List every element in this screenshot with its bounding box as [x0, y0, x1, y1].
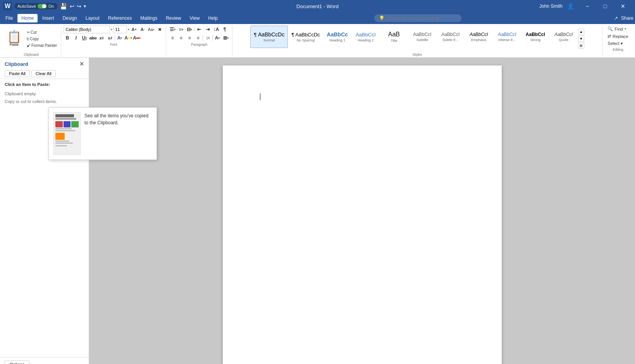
select-label: Select ▾: [607, 41, 623, 46]
menu-home[interactable]: Home: [17, 14, 38, 22]
minimize-button[interactable]: −: [578, 0, 596, 12]
style-subtitle-preview: AaBbCcI: [413, 32, 431, 37]
style-title-preview: AaB: [388, 31, 400, 38]
find-button[interactable]: 🔍 Find ▾: [605, 26, 628, 32]
menu-file[interactable]: File: [2, 14, 17, 22]
paragraph-row-2: ≡ ≡ ≡ ≡ ↕ ▾ A ▾ ⊞ ▾: [169, 34, 230, 42]
align-right-button[interactable]: ≡: [186, 34, 193, 42]
menu-references[interactable]: References: [104, 14, 136, 22]
increase-font-button[interactable]: A+: [130, 26, 138, 33]
style-no-spacing[interactable]: ¶ AaBbCcDc No Spacing: [288, 26, 323, 48]
menu-bar: File Home Insert Design Layout Reference…: [0, 12, 635, 24]
italic-button[interactable]: I: [72, 34, 80, 42]
style-intense-emphasis[interactable]: AaBbCcI Intense E...: [493, 26, 521, 48]
paste-button[interactable]: 📋 Paste: [4, 30, 24, 48]
user-account-icon[interactable]: 👤: [567, 3, 574, 9]
word-logo-icon: W: [3, 2, 12, 10]
paragraph-controls: ☰ ▾ ≡ ▾ ⊟ ▾ ⇤ ⇥ ↕A ¶ ≡ ≡ ≡ ≡ ↕ ▾: [169, 26, 230, 42]
replace-label: Replace: [613, 34, 628, 39]
change-case-button[interactable]: Aa▾: [147, 26, 155, 33]
main-area: Clipboard ✕ Paste All Clear All Click an…: [0, 58, 635, 364]
paragraph-row-1: ☰ ▾ ≡ ▾ ⊟ ▾ ⇤ ⇥ ↕A ¶: [169, 26, 230, 33]
increase-indent-button[interactable]: ⇥: [204, 26, 212, 33]
numbering-button[interactable]: ≡ ▾: [177, 26, 185, 33]
font-color-button[interactable]: A ▾: [133, 34, 141, 42]
format-painter-button[interactable]: 🖌 Format Painter: [25, 43, 59, 48]
editing-group-label: Editing: [605, 47, 631, 52]
style-heading1[interactable]: AaBbCc Heading 1: [324, 26, 351, 48]
autosave-toggle[interactable]: [38, 4, 47, 9]
clipboard-panel-close-button[interactable]: ✕: [79, 61, 84, 67]
font-family-dropdown-icon[interactable]: ▾: [111, 28, 112, 31]
undo-icon[interactable]: ↩: [70, 3, 74, 9]
multilevel-list-button[interactable]: ⊟ ▾: [186, 26, 193, 33]
styles-scroll-up[interactable]: ▲: [578, 29, 584, 35]
select-button[interactable]: Select ▾: [605, 40, 625, 47]
bold-button[interactable]: B: [64, 34, 71, 42]
menu-review[interactable]: Review: [162, 14, 185, 22]
document-page[interactable]: [223, 65, 502, 364]
style-heading2[interactable]: AaBbCcI Heading 2: [352, 26, 380, 48]
styles-group-label: Styles: [235, 52, 600, 57]
underline-button[interactable]: U ▾: [81, 34, 88, 42]
font-family-input[interactable]: [64, 26, 110, 33]
clear-format-button[interactable]: ✖: [156, 26, 163, 33]
copy-label: Copy: [30, 37, 39, 41]
font-sep: [115, 35, 115, 41]
decrease-font-button[interactable]: A-: [139, 26, 146, 33]
customize-icon[interactable]: ▾: [84, 3, 86, 9]
menu-view[interactable]: View: [186, 14, 204, 22]
strikethrough-button[interactable]: abc: [89, 34, 97, 42]
show-formatting-button[interactable]: ¶: [221, 26, 229, 33]
decrease-indent-button[interactable]: ⇤: [195, 26, 203, 33]
style-normal[interactable]: ¶ AaBbCcDc Normal: [250, 26, 288, 48]
style-title[interactable]: AaB Title: [380, 26, 408, 48]
tell-me-bar[interactable]: 💡: [374, 14, 461, 22]
redo-icon[interactable]: ↪: [77, 3, 81, 9]
copy-button[interactable]: ⎘ Copy: [25, 36, 40, 42]
ribbon-group-font: ▾ ▾ A+ A- Aa▾ ✖ B I U ▾ abc x2 x2 A ▾: [61, 26, 166, 57]
font-size-dropdown-icon[interactable]: ▾: [128, 28, 129, 31]
align-center-button[interactable]: ≡: [177, 34, 185, 42]
text-effects-button[interactable]: A ▾: [116, 34, 124, 42]
clear-all-button[interactable]: Clear All: [31, 70, 56, 77]
format-painter-area: ✂ Cut ⎘ Copy 🖌 Format Painter: [25, 29, 59, 48]
clipboard-options-button[interactable]: Options: [5, 361, 29, 364]
replace-button[interactable]: ⇄ Replace: [605, 33, 630, 39]
line-spacing-button[interactable]: ↕ ▾: [204, 34, 212, 42]
font-size-input[interactable]: [113, 26, 127, 33]
menu-insert[interactable]: Insert: [38, 14, 58, 22]
shading-button[interactable]: A ▾: [213, 34, 221, 42]
sort-button[interactable]: ↕A: [212, 26, 220, 33]
paste-all-button[interactable]: Paste All: [5, 70, 30, 77]
close-button[interactable]: ✕: [614, 0, 632, 12]
clipboard-group-content: 📋 Paste ✂ Cut ⎘ Copy: [4, 26, 59, 52]
style-strong[interactable]: AaBbCcI Strong: [521, 26, 549, 48]
borders-button[interactable]: ⊞ ▾: [222, 34, 230, 42]
menu-mailings[interactable]: Mailings: [136, 14, 161, 22]
menu-layout[interactable]: Layout: [82, 14, 103, 22]
align-left-button[interactable]: ≡: [169, 34, 176, 42]
style-no-spacing-preview: ¶ AaBbCcDc: [291, 32, 320, 38]
styles-expand[interactable]: ⊞: [578, 43, 584, 49]
superscript-button[interactable]: x2: [106, 34, 114, 42]
menu-design[interactable]: Design: [59, 14, 81, 22]
share-button[interactable]: Share: [621, 15, 633, 21]
style-subtle-emphasis[interactable]: AaBbCcI Subtle E...: [437, 26, 465, 48]
bullets-button[interactable]: ☰ ▾: [169, 26, 176, 33]
style-emphasis[interactable]: AaBbCcI Emphasis: [465, 26, 493, 48]
autosave-badge[interactable]: AutoSave On: [14, 3, 57, 9]
menu-help[interactable]: Help: [204, 14, 222, 22]
highlight-color-button[interactable]: A ▾: [124, 34, 132, 42]
style-heading2-preview: AaBbCcI: [356, 32, 375, 38]
document-area[interactable]: [89, 58, 635, 364]
styles-scroll-down[interactable]: ▼: [578, 36, 584, 42]
style-subtitle[interactable]: AaBbCcI Subtitle: [408, 26, 436, 48]
justify-button[interactable]: ≡: [194, 34, 202, 42]
style-quote[interactable]: AaBbCcI Quote: [550, 26, 578, 48]
subscript-button[interactable]: x2: [98, 34, 105, 42]
maximize-button[interactable]: □: [596, 0, 614, 12]
tell-me-input[interactable]: [387, 16, 457, 21]
save-icon[interactable]: 💾: [60, 3, 67, 10]
cut-button[interactable]: ✂ Cut: [25, 29, 38, 35]
